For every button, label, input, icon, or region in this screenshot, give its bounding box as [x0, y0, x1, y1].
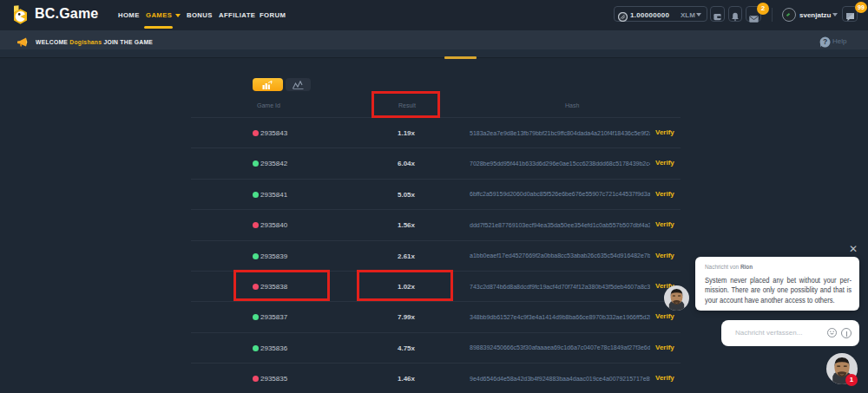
- svg-text:?: ?: [823, 37, 827, 46]
